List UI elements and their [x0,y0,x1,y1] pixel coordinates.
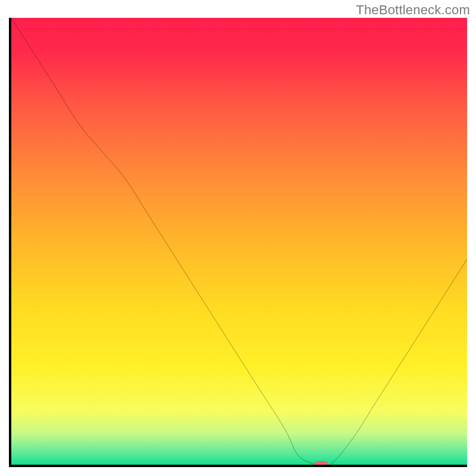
chart-container: TheBottleneck.com [0,0,476,476]
gradient-background [11,18,467,465]
svg-rect-0 [11,18,467,465]
plot-area [9,18,467,467]
optimal-point-marker [314,461,328,467]
attribution-text: TheBottleneck.com [356,2,470,18]
